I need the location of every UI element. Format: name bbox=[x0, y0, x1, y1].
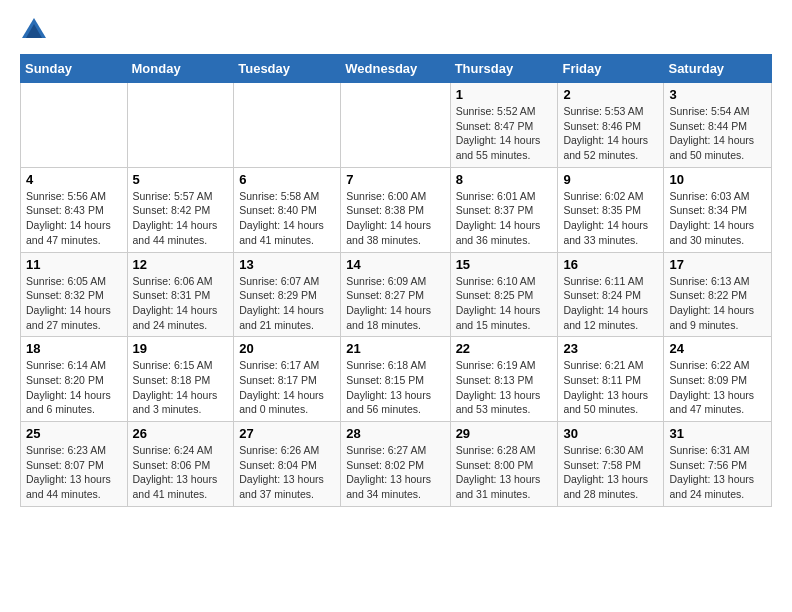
day-number: 24 bbox=[669, 341, 766, 356]
week-row-4: 18Sunrise: 6:14 AM Sunset: 8:20 PM Dayli… bbox=[21, 337, 772, 422]
day-cell: 30Sunrise: 6:30 AM Sunset: 7:58 PM Dayli… bbox=[558, 422, 664, 507]
day-info: Sunrise: 6:28 AM Sunset: 8:00 PM Dayligh… bbox=[456, 443, 553, 502]
header-cell-saturday: Saturday bbox=[664, 55, 772, 83]
day-number: 22 bbox=[456, 341, 553, 356]
day-cell: 2Sunrise: 5:53 AM Sunset: 8:46 PM Daylig… bbox=[558, 83, 664, 168]
week-row-5: 25Sunrise: 6:23 AM Sunset: 8:07 PM Dayli… bbox=[21, 422, 772, 507]
day-cell: 29Sunrise: 6:28 AM Sunset: 8:00 PM Dayli… bbox=[450, 422, 558, 507]
day-info: Sunrise: 6:17 AM Sunset: 8:17 PM Dayligh… bbox=[239, 358, 335, 417]
day-info: Sunrise: 6:05 AM Sunset: 8:32 PM Dayligh… bbox=[26, 274, 122, 333]
week-row-1: 1Sunrise: 5:52 AM Sunset: 8:47 PM Daylig… bbox=[21, 83, 772, 168]
day-number: 13 bbox=[239, 257, 335, 272]
day-number: 18 bbox=[26, 341, 122, 356]
day-cell: 1Sunrise: 5:52 AM Sunset: 8:47 PM Daylig… bbox=[450, 83, 558, 168]
day-number: 16 bbox=[563, 257, 658, 272]
header-cell-tuesday: Tuesday bbox=[234, 55, 341, 83]
day-cell: 17Sunrise: 6:13 AM Sunset: 8:22 PM Dayli… bbox=[664, 252, 772, 337]
day-number: 17 bbox=[669, 257, 766, 272]
day-cell: 6Sunrise: 5:58 AM Sunset: 8:40 PM Daylig… bbox=[234, 167, 341, 252]
day-cell bbox=[234, 83, 341, 168]
day-info: Sunrise: 6:27 AM Sunset: 8:02 PM Dayligh… bbox=[346, 443, 444, 502]
day-number: 31 bbox=[669, 426, 766, 441]
day-number: 7 bbox=[346, 172, 444, 187]
day-info: Sunrise: 6:11 AM Sunset: 8:24 PM Dayligh… bbox=[563, 274, 658, 333]
day-cell: 12Sunrise: 6:06 AM Sunset: 8:31 PM Dayli… bbox=[127, 252, 234, 337]
day-number: 15 bbox=[456, 257, 553, 272]
day-info: Sunrise: 6:01 AM Sunset: 8:37 PM Dayligh… bbox=[456, 189, 553, 248]
day-number: 23 bbox=[563, 341, 658, 356]
day-number: 3 bbox=[669, 87, 766, 102]
day-info: Sunrise: 6:10 AM Sunset: 8:25 PM Dayligh… bbox=[456, 274, 553, 333]
day-cell: 31Sunrise: 6:31 AM Sunset: 7:56 PM Dayli… bbox=[664, 422, 772, 507]
day-cell: 5Sunrise: 5:57 AM Sunset: 8:42 PM Daylig… bbox=[127, 167, 234, 252]
day-number: 4 bbox=[26, 172, 122, 187]
day-info: Sunrise: 5:54 AM Sunset: 8:44 PM Dayligh… bbox=[669, 104, 766, 163]
day-cell: 18Sunrise: 6:14 AM Sunset: 8:20 PM Dayli… bbox=[21, 337, 128, 422]
day-number: 20 bbox=[239, 341, 335, 356]
day-cell: 13Sunrise: 6:07 AM Sunset: 8:29 PM Dayli… bbox=[234, 252, 341, 337]
day-number: 1 bbox=[456, 87, 553, 102]
day-number: 14 bbox=[346, 257, 444, 272]
day-number: 6 bbox=[239, 172, 335, 187]
day-info: Sunrise: 6:21 AM Sunset: 8:11 PM Dayligh… bbox=[563, 358, 658, 417]
day-info: Sunrise: 6:06 AM Sunset: 8:31 PM Dayligh… bbox=[133, 274, 229, 333]
header-cell-wednesday: Wednesday bbox=[341, 55, 450, 83]
day-cell: 7Sunrise: 6:00 AM Sunset: 8:38 PM Daylig… bbox=[341, 167, 450, 252]
day-cell bbox=[341, 83, 450, 168]
day-info: Sunrise: 6:31 AM Sunset: 7:56 PM Dayligh… bbox=[669, 443, 766, 502]
day-number: 19 bbox=[133, 341, 229, 356]
day-info: Sunrise: 6:24 AM Sunset: 8:06 PM Dayligh… bbox=[133, 443, 229, 502]
day-info: Sunrise: 5:57 AM Sunset: 8:42 PM Dayligh… bbox=[133, 189, 229, 248]
day-info: Sunrise: 6:13 AM Sunset: 8:22 PM Dayligh… bbox=[669, 274, 766, 333]
day-cell bbox=[21, 83, 128, 168]
header-cell-sunday: Sunday bbox=[21, 55, 128, 83]
day-number: 2 bbox=[563, 87, 658, 102]
day-number: 12 bbox=[133, 257, 229, 272]
header-row: SundayMondayTuesdayWednesdayThursdayFrid… bbox=[21, 55, 772, 83]
day-info: Sunrise: 6:07 AM Sunset: 8:29 PM Dayligh… bbox=[239, 274, 335, 333]
day-cell: 15Sunrise: 6:10 AM Sunset: 8:25 PM Dayli… bbox=[450, 252, 558, 337]
day-info: Sunrise: 5:58 AM Sunset: 8:40 PM Dayligh… bbox=[239, 189, 335, 248]
day-cell: 9Sunrise: 6:02 AM Sunset: 8:35 PM Daylig… bbox=[558, 167, 664, 252]
day-info: Sunrise: 6:19 AM Sunset: 8:13 PM Dayligh… bbox=[456, 358, 553, 417]
day-number: 28 bbox=[346, 426, 444, 441]
day-cell: 27Sunrise: 6:26 AM Sunset: 8:04 PM Dayli… bbox=[234, 422, 341, 507]
day-number: 8 bbox=[456, 172, 553, 187]
day-number: 10 bbox=[669, 172, 766, 187]
day-cell: 21Sunrise: 6:18 AM Sunset: 8:15 PM Dayli… bbox=[341, 337, 450, 422]
day-number: 25 bbox=[26, 426, 122, 441]
page-header bbox=[20, 16, 772, 44]
day-number: 11 bbox=[26, 257, 122, 272]
day-info: Sunrise: 5:53 AM Sunset: 8:46 PM Dayligh… bbox=[563, 104, 658, 163]
day-info: Sunrise: 6:30 AM Sunset: 7:58 PM Dayligh… bbox=[563, 443, 658, 502]
logo bbox=[20, 16, 54, 44]
day-number: 26 bbox=[133, 426, 229, 441]
logo-icon bbox=[20, 16, 48, 44]
day-number: 9 bbox=[563, 172, 658, 187]
day-cell: 3Sunrise: 5:54 AM Sunset: 8:44 PM Daylig… bbox=[664, 83, 772, 168]
header-cell-monday: Monday bbox=[127, 55, 234, 83]
header-cell-friday: Friday bbox=[558, 55, 664, 83]
day-info: Sunrise: 6:09 AM Sunset: 8:27 PM Dayligh… bbox=[346, 274, 444, 333]
day-cell: 24Sunrise: 6:22 AM Sunset: 8:09 PM Dayli… bbox=[664, 337, 772, 422]
day-info: Sunrise: 6:15 AM Sunset: 8:18 PM Dayligh… bbox=[133, 358, 229, 417]
day-cell: 23Sunrise: 6:21 AM Sunset: 8:11 PM Dayli… bbox=[558, 337, 664, 422]
day-cell: 10Sunrise: 6:03 AM Sunset: 8:34 PM Dayli… bbox=[664, 167, 772, 252]
day-cell: 28Sunrise: 6:27 AM Sunset: 8:02 PM Dayli… bbox=[341, 422, 450, 507]
day-cell: 25Sunrise: 6:23 AM Sunset: 8:07 PM Dayli… bbox=[21, 422, 128, 507]
day-info: Sunrise: 6:14 AM Sunset: 8:20 PM Dayligh… bbox=[26, 358, 122, 417]
day-cell: 16Sunrise: 6:11 AM Sunset: 8:24 PM Dayli… bbox=[558, 252, 664, 337]
week-row-2: 4Sunrise: 5:56 AM Sunset: 8:43 PM Daylig… bbox=[21, 167, 772, 252]
day-info: Sunrise: 5:56 AM Sunset: 8:43 PM Dayligh… bbox=[26, 189, 122, 248]
day-cell: 8Sunrise: 6:01 AM Sunset: 8:37 PM Daylig… bbox=[450, 167, 558, 252]
day-number: 30 bbox=[563, 426, 658, 441]
day-info: Sunrise: 6:26 AM Sunset: 8:04 PM Dayligh… bbox=[239, 443, 335, 502]
day-cell: 11Sunrise: 6:05 AM Sunset: 8:32 PM Dayli… bbox=[21, 252, 128, 337]
day-info: Sunrise: 6:22 AM Sunset: 8:09 PM Dayligh… bbox=[669, 358, 766, 417]
day-info: Sunrise: 6:18 AM Sunset: 8:15 PM Dayligh… bbox=[346, 358, 444, 417]
day-cell: 22Sunrise: 6:19 AM Sunset: 8:13 PM Dayli… bbox=[450, 337, 558, 422]
day-number: 29 bbox=[456, 426, 553, 441]
day-info: Sunrise: 6:02 AM Sunset: 8:35 PM Dayligh… bbox=[563, 189, 658, 248]
day-info: Sunrise: 6:23 AM Sunset: 8:07 PM Dayligh… bbox=[26, 443, 122, 502]
day-info: Sunrise: 6:03 AM Sunset: 8:34 PM Dayligh… bbox=[669, 189, 766, 248]
